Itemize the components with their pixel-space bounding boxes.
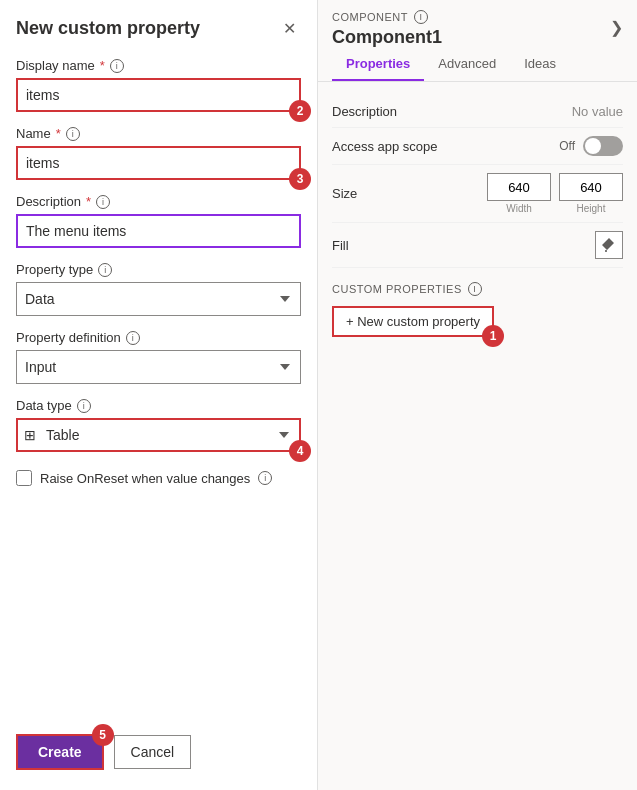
right-panel: COMPONENT i Component1 ❯ Properties Adva… bbox=[318, 0, 637, 790]
access-app-scope-toggle[interactable]: Off bbox=[559, 136, 623, 156]
description-prop-label: Description bbox=[332, 104, 397, 119]
panel-title: New custom property bbox=[16, 18, 200, 39]
close-icon: ✕ bbox=[283, 19, 296, 38]
height-sublabel: Height bbox=[577, 203, 606, 214]
component-label: COMPONENT i bbox=[332, 10, 623, 24]
property-type-label: Property type i bbox=[16, 262, 301, 277]
component-info-icon[interactable]: i bbox=[414, 10, 428, 24]
size-inputs: Width Height bbox=[487, 173, 623, 214]
access-app-scope-row: Access app scope Off bbox=[332, 128, 623, 165]
raise-onreset-info-icon[interactable]: i bbox=[258, 471, 272, 485]
size-label: Size bbox=[332, 186, 357, 201]
raise-onreset-row: Raise OnReset when value changes i bbox=[16, 470, 301, 486]
property-type-info-icon[interactable]: i bbox=[98, 263, 112, 277]
width-sublabel: Width bbox=[506, 203, 532, 214]
property-type-select[interactable]: Data Event Action bbox=[16, 282, 301, 316]
tabs-row: Properties Advanced Ideas bbox=[332, 48, 623, 81]
left-panel: New custom property ✕ Display name * i 2… bbox=[0, 0, 318, 790]
raise-onreset-checkbox[interactable] bbox=[16, 470, 32, 486]
name-input[interactable] bbox=[16, 146, 301, 180]
data-type-label: Data type i bbox=[16, 398, 301, 413]
custom-props-label: CUSTOM PROPERTIES i bbox=[332, 282, 623, 296]
panel-footer: Create 5 Cancel bbox=[16, 734, 191, 770]
desc-required: * bbox=[86, 194, 91, 209]
chevron-right-icon[interactable]: ❯ bbox=[610, 18, 623, 37]
new-custom-prop-wrapper: + New custom property 1 bbox=[332, 306, 494, 337]
tab-advanced[interactable]: Advanced bbox=[424, 48, 510, 81]
name-group: Name * i 3 bbox=[16, 126, 301, 180]
create-button[interactable]: Create bbox=[16, 734, 104, 770]
description-prop-value: No value bbox=[572, 104, 623, 119]
right-panel-body: Description No value Access app scope Of… bbox=[318, 82, 637, 790]
fill-property-row: Fill bbox=[332, 223, 623, 268]
name-label: Name * i bbox=[16, 126, 301, 141]
panel-header: New custom property ✕ bbox=[16, 16, 301, 40]
data-type-select[interactable]: Table Text Number Boolean Record Color D… bbox=[16, 418, 301, 452]
display-name-input[interactable] bbox=[16, 78, 301, 112]
close-button[interactable]: ✕ bbox=[277, 16, 301, 40]
name-required: * bbox=[56, 126, 61, 141]
new-custom-property-button[interactable]: + New custom property bbox=[332, 306, 494, 337]
raise-onreset-group: Raise OnReset when value changes i bbox=[16, 466, 301, 486]
display-name-label: Display name * i bbox=[16, 58, 301, 73]
component-title: Component1 bbox=[332, 27, 442, 47]
badge-2: 2 bbox=[289, 100, 311, 122]
description-label: Description * i bbox=[16, 194, 301, 209]
property-def-info-icon[interactable]: i bbox=[126, 331, 140, 345]
toggle-switch-track[interactable] bbox=[583, 136, 623, 156]
tab-properties[interactable]: Properties bbox=[332, 48, 424, 81]
description-info-icon[interactable]: i bbox=[96, 195, 110, 209]
required-marker: * bbox=[100, 58, 105, 73]
display-name-info-icon[interactable]: i bbox=[110, 59, 124, 73]
custom-props-info-icon[interactable]: i bbox=[468, 282, 482, 296]
toggle-knob bbox=[585, 138, 601, 154]
width-input-group: Width bbox=[487, 173, 551, 214]
create-btn-wrapper: Create 5 bbox=[16, 734, 104, 770]
badge-5: 5 bbox=[92, 724, 114, 746]
fill-label: Fill bbox=[332, 238, 349, 253]
badge-4: 4 bbox=[289, 440, 311, 462]
data-type-group: Data type i ⊞ Table Text Number Boolean … bbox=[16, 398, 301, 452]
data-type-info-icon[interactable]: i bbox=[77, 399, 91, 413]
size-property-row: Size Width Height bbox=[332, 165, 623, 223]
description-input[interactable] bbox=[16, 214, 301, 248]
tab-ideas[interactable]: Ideas bbox=[510, 48, 570, 81]
property-definition-select[interactable]: Input Output bbox=[16, 350, 301, 384]
height-input-group: Height bbox=[559, 173, 623, 214]
toggle-off-label: Off bbox=[559, 139, 575, 153]
badge-1: 1 bbox=[482, 325, 504, 347]
name-info-icon[interactable]: i bbox=[66, 127, 80, 141]
badge-3: 3 bbox=[289, 168, 311, 190]
access-app-scope-label: Access app scope bbox=[332, 139, 438, 154]
property-type-group: Property type i Data Event Action bbox=[16, 262, 301, 316]
display-name-group: Display name * i 2 bbox=[16, 58, 301, 112]
fill-color-swatch[interactable] bbox=[595, 231, 623, 259]
cancel-button[interactable]: Cancel bbox=[114, 735, 192, 769]
fill-paint-icon bbox=[601, 237, 617, 253]
property-definition-group: Property definition i Input Output bbox=[16, 330, 301, 384]
height-input[interactable] bbox=[559, 173, 623, 201]
custom-properties-section: CUSTOM PROPERTIES i + New custom propert… bbox=[332, 282, 623, 337]
property-definition-label: Property definition i bbox=[16, 330, 301, 345]
width-input[interactable] bbox=[487, 173, 551, 201]
description-group: Description * i bbox=[16, 194, 301, 248]
description-property-row: Description No value bbox=[332, 96, 623, 128]
right-panel-header: COMPONENT i Component1 ❯ Properties Adva… bbox=[318, 0, 637, 82]
raise-onreset-label: Raise OnReset when value changes bbox=[40, 471, 250, 486]
